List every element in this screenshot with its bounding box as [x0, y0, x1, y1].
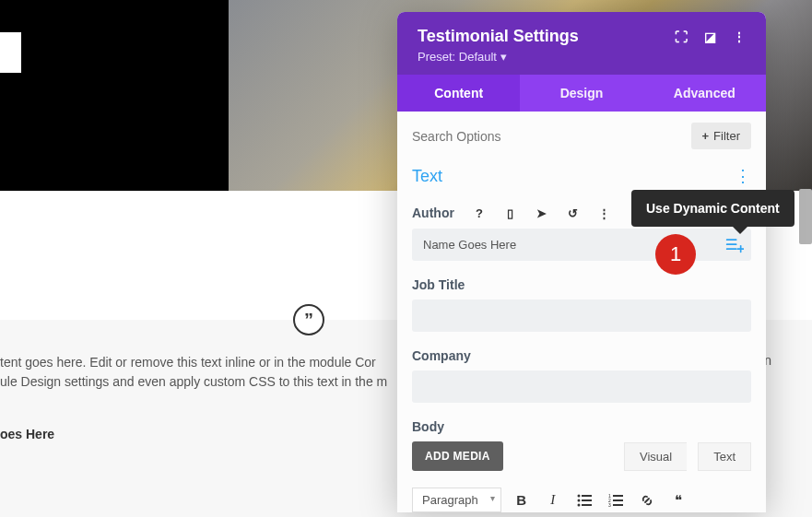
author-input[interactable] [412, 229, 751, 261]
bg-black-region [0, 0, 229, 191]
svg-rect-16 [613, 504, 623, 506]
numbered-list-button[interactable]: 123 [605, 489, 627, 511]
reset-icon[interactable]: ↺ [565, 205, 582, 221]
svg-point-7 [577, 499, 580, 501]
svg-point-5 [577, 494, 580, 497]
scrollbar[interactable] [799, 189, 812, 244]
quote-icon: ” [293, 304, 324, 335]
tab-design[interactable]: Design [520, 75, 642, 112]
settings-modal: Testimonial Settings ⛶ ◪ ⋮ Preset: Defau… [397, 12, 766, 512]
bold-button[interactable]: B [511, 489, 533, 511]
italic-button[interactable]: I [542, 489, 564, 511]
section-title-text[interactable]: Text [412, 167, 442, 186]
svg-point-9 [577, 503, 580, 506]
search-input[interactable] [412, 125, 691, 147]
editor-toolbar: Paragraph B I 123 ❝ [412, 484, 751, 512]
modal-tabs: Content Design Advanced [397, 75, 766, 112]
preset-dropdown[interactable]: Preset: Default ▾ [418, 50, 746, 64]
annotation-badge-1: 1 [655, 234, 696, 275]
link-button[interactable] [636, 489, 658, 511]
svg-rect-12 [613, 495, 623, 497]
editor-tab-text[interactable]: Text [698, 442, 751, 471]
company-input[interactable] [412, 370, 751, 403]
svg-rect-14 [613, 499, 623, 501]
paragraph-dropdown[interactable]: Paragraph [412, 488, 501, 512]
tab-content[interactable]: Content [397, 75, 520, 112]
jobtitle-label: Job Title [412, 277, 751, 292]
svg-text:3: 3 [608, 502, 611, 507]
snap-icon[interactable]: ◪ [704, 29, 716, 44]
blockquote-button[interactable]: ❝ [667, 489, 689, 511]
body-label: Body [412, 419, 751, 434]
modal-header[interactable]: Testimonial Settings ⛶ ◪ ⋮ Preset: Defau… [397, 12, 766, 75]
responsive-icon[interactable]: ▯ [502, 205, 519, 221]
kebab-icon[interactable]: ⋮ [733, 29, 746, 44]
tab-advanced[interactable]: Advanced [643, 75, 766, 112]
dynamic-content-tooltip: Use Dynamic Content [631, 190, 794, 227]
bullet-list-button[interactable] [573, 489, 595, 511]
company-label: Company [412, 348, 751, 363]
jobtitle-input[interactable] [412, 300, 751, 332]
bg-white-tab [0, 32, 21, 73]
help-icon[interactable]: ? [471, 205, 488, 221]
add-media-button[interactable]: ADD MEDIA [412, 441, 503, 471]
expand-icon[interactable]: ⛶ [675, 29, 688, 44]
modal-title: Testimonial Settings [418, 27, 579, 46]
svg-rect-10 [582, 504, 592, 506]
modal-body: + Filter Text ⋮ Author ? ▯ ➤ ↺ ⋮ Job Tit… [397, 112, 766, 512]
filter-button[interactable]: + Filter [691, 123, 751, 149]
hover-icon[interactable]: ➤ [534, 205, 550, 221]
author-label: Author [412, 206, 454, 220]
editor-tab-visual[interactable]: Visual [624, 442, 687, 471]
svg-rect-6 [582, 495, 592, 497]
field-kebab-icon[interactable]: ⋮ [596, 205, 613, 221]
svg-rect-8 [582, 499, 592, 501]
section-kebab-icon[interactable]: ⋮ [735, 166, 751, 186]
